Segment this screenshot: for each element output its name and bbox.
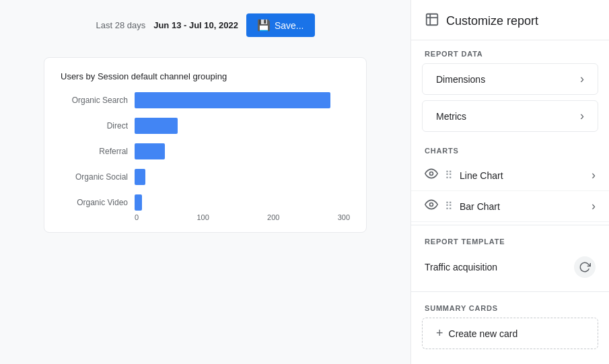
save-button[interactable]: 💾 Save... bbox=[246, 13, 315, 37]
dimensions-item[interactable]: Dimensions › bbox=[422, 63, 598, 95]
report-template-label: REPORT TEMPLATE bbox=[411, 228, 609, 251]
line-chart-item[interactable]: ⠿ Line Chart › bbox=[411, 160, 609, 191]
bar-fill bbox=[135, 143, 165, 159]
plus-icon: + bbox=[436, 326, 443, 340]
svg-point-3 bbox=[430, 172, 433, 176]
template-name: Traffic acquisition bbox=[425, 262, 497, 272]
bar-row: Organic Search bbox=[61, 92, 350, 108]
template-row: Traffic acquisition bbox=[425, 251, 596, 283]
bar-fill bbox=[135, 194, 142, 211]
bar-label: Referral bbox=[61, 147, 128, 156]
x-axis: 0100200300 bbox=[135, 213, 350, 221]
date-header: Last 28 days Jun 13 - Jul 10, 2022 💾 Sav… bbox=[96, 13, 314, 37]
dimensions-chevron-icon: › bbox=[580, 72, 584, 86]
line-chart-label: Line Chart bbox=[460, 170, 503, 181]
floppy-disk-icon: 💾 bbox=[257, 19, 271, 32]
refresh-icon[interactable] bbox=[574, 256, 596, 278]
bar-fill bbox=[135, 169, 145, 185]
report-data-label: REPORT DATA bbox=[411, 40, 609, 63]
drag-handle-icon-line: ⠿ bbox=[445, 169, 453, 182]
x-axis-label: 0 bbox=[135, 213, 139, 221]
line-chart-chevron-icon: › bbox=[592, 168, 596, 182]
bar-track bbox=[135, 143, 350, 159]
right-panel-title: Customize report bbox=[446, 14, 538, 28]
summary-cards-label: SUMMARY CARDS bbox=[411, 295, 609, 318]
bar-chart-left: ⠿ Bar Chart bbox=[425, 198, 500, 215]
drag-handle-icon-bar: ⠿ bbox=[445, 200, 453, 213]
bar-label: Organic Video bbox=[61, 198, 128, 207]
divider-2 bbox=[411, 291, 609, 292]
line-chart-left: ⠿ Line Chart bbox=[425, 167, 503, 184]
bar-track bbox=[135, 194, 350, 211]
date-label: Last 28 days bbox=[96, 20, 145, 30]
right-panel: Customize report REPORT DATA Dimensions … bbox=[410, 0, 609, 364]
bar-label: Organic Social bbox=[61, 172, 128, 182]
x-axis-label: 100 bbox=[196, 213, 209, 221]
metrics-label: Metrics bbox=[436, 111, 466, 122]
eye-icon-line[interactable] bbox=[425, 167, 438, 184]
bar-chart: Organic Search Direct Referral Organic S… bbox=[61, 92, 350, 211]
dimensions-label: Dimensions bbox=[436, 74, 485, 85]
bar-row: Direct bbox=[61, 118, 350, 134]
bar-track bbox=[135, 118, 350, 134]
bar-label: Organic Search bbox=[61, 96, 128, 105]
date-range: Jun 13 - Jul 10, 2022 bbox=[153, 20, 238, 30]
metrics-item[interactable]: Metrics › bbox=[422, 100, 598, 132]
bar-track bbox=[135, 169, 350, 185]
eye-icon-bar[interactable] bbox=[425, 198, 438, 215]
customize-report-icon bbox=[425, 12, 439, 30]
charts-section-label: CHARTS bbox=[411, 137, 609, 160]
divider-1 bbox=[411, 225, 609, 225]
right-panel-header: Customize report bbox=[411, 0, 609, 40]
x-axis-label: 200 bbox=[267, 213, 279, 221]
chart-title: Users by Session default channel groupin… bbox=[61, 71, 350, 81]
create-card-label: Create new card bbox=[449, 328, 518, 339]
bar-label: Direct bbox=[61, 121, 128, 131]
bar-fill bbox=[135, 118, 178, 134]
bar-track bbox=[135, 92, 350, 108]
bar-chart-label: Bar Chart bbox=[460, 201, 500, 212]
bar-chart-item[interactable]: ⠿ Bar Chart › bbox=[411, 191, 609, 222]
svg-point-4 bbox=[430, 203, 433, 207]
chart-container: Users by Session default channel groupin… bbox=[44, 57, 367, 233]
bar-row: Organic Video bbox=[61, 194, 350, 211]
bar-fill bbox=[135, 92, 330, 108]
metrics-chevron-icon: › bbox=[580, 109, 584, 123]
left-panel: Last 28 days Jun 13 - Jul 10, 2022 💾 Sav… bbox=[0, 0, 410, 364]
bar-row: Referral bbox=[61, 143, 350, 159]
create-new-card-button[interactable]: + Create new card bbox=[422, 318, 598, 349]
bar-row: Organic Social bbox=[61, 169, 350, 185]
x-axis-label: 300 bbox=[338, 213, 350, 221]
bar-chart-chevron-icon: › bbox=[592, 199, 596, 213]
template-section: Traffic acquisition bbox=[411, 251, 609, 289]
svg-rect-0 bbox=[427, 14, 438, 26]
